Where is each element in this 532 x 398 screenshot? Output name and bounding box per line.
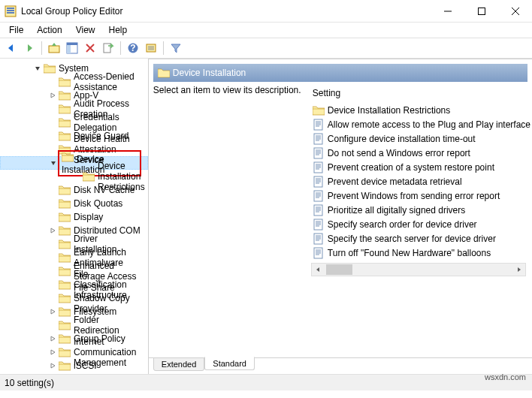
tree-panel[interactable]: SystemAccess-Denied AssistanceApp-VAudit… (0, 59, 149, 374)
setting-row[interactable]: Specify search order for device driver (311, 217, 530, 231)
tree-label: Folder Redirection (74, 315, 142, 336)
status-text: 10 setting(s) (5, 378, 54, 388)
svg-rect-11 (67, 43, 77, 45)
folder-icon (59, 320, 71, 330)
setting-column-header[interactable]: Setting (311, 85, 530, 103)
setting-row[interactable]: Device Installation Restrictions (311, 103, 530, 117)
setting-row[interactable]: Turn off "Found New Hardware" balloons (311, 246, 530, 260)
twisty-open[interactable] (49, 158, 58, 167)
folder-icon (59, 212, 71, 222)
setting-row[interactable]: Prioritize all digitally signed drivers (311, 203, 530, 217)
menu-help[interactable]: Help (103, 23, 134, 37)
folder-icon (59, 185, 71, 195)
setting-label: Configure device installation time-out (328, 134, 476, 144)
folder-icon (44, 63, 56, 74)
setting-label: Specify the search server for device dri… (328, 234, 496, 244)
app-icon (5, 5, 17, 17)
menu-file[interactable]: File (3, 23, 29, 37)
folder-icon (59, 77, 71, 87)
tree-item[interactable]: Disk NV Cache (0, 183, 148, 197)
twisty-none (48, 253, 57, 262)
watermark: wsxdn.com (485, 372, 526, 381)
setting-label: Turn off "Found New Hardware" balloons (328, 248, 491, 258)
setting-row[interactable]: Prevent device metadata retrieval (311, 174, 530, 188)
maximize-button[interactable] (464, 0, 498, 22)
close-button[interactable] (498, 0, 532, 22)
policy-icon (313, 247, 325, 259)
policy-icon (313, 233, 325, 245)
tree-item[interactable]: Internet Communication Management (0, 345, 148, 359)
svg-rect-1 (7, 8, 14, 9)
tree-label: Credentials Delegation (74, 112, 142, 133)
details-tabs: Extended Standard (149, 357, 532, 374)
scroll-right-button[interactable] (512, 264, 525, 276)
twisty-open[interactable] (33, 64, 42, 73)
menu-view[interactable]: View (70, 23, 101, 37)
setting-row[interactable]: Prevent creation of a system restore poi… (311, 160, 530, 174)
toolbar: ? (0, 38, 532, 59)
setting-row[interactable]: Do not send a Windows error report (311, 146, 530, 160)
folder-icon (59, 306, 71, 317)
scroll-left-button[interactable] (312, 264, 325, 276)
menu-action[interactable]: Action (31, 23, 68, 37)
tree-item[interactable]: Device Installation Restrictions (0, 170, 148, 183)
tree-item[interactable]: Display (0, 210, 148, 224)
twisty-none (72, 172, 81, 181)
twisty-none (48, 104, 57, 113)
scroll-thumb[interactable] (326, 264, 352, 275)
folder-icon (59, 252, 71, 263)
setting-row[interactable]: Configure device installation time-out (311, 131, 530, 146)
twisty-none (48, 213, 57, 222)
tree-item[interactable]: Disk Quotas (0, 197, 148, 210)
policy-icon (313, 161, 325, 173)
folder-icon (59, 225, 71, 236)
folder-icon (59, 104, 71, 114)
setting-row[interactable]: Specify the search server for device dri… (311, 231, 530, 246)
svg-rect-5 (478, 8, 485, 14)
tab-extended[interactable]: Extended (153, 357, 204, 371)
show-hide-tree-button[interactable] (64, 40, 80, 56)
back-button[interactable] (3, 40, 20, 56)
twisty-closed[interactable] (48, 91, 57, 100)
twisty-none (48, 77, 57, 86)
titlebar: Local Group Policy Editor (0, 0, 532, 23)
twisty-closed[interactable] (48, 348, 57, 357)
twisty-closed[interactable] (48, 334, 57, 343)
policy-icon (313, 204, 325, 216)
twisty-none (48, 294, 57, 303)
up-button[interactable] (46, 40, 62, 56)
toolbar-separator (120, 41, 121, 55)
tab-standard[interactable]: Standard (204, 357, 255, 370)
menubar: File Action View Help (0, 23, 532, 38)
settings-pane: Setting Device Installation Restrictions… (311, 85, 530, 357)
tree-item[interactable]: Folder Redirection (0, 318, 148, 332)
statusbar: 10 setting(s) (0, 374, 532, 390)
twisty-closed[interactable] (48, 361, 57, 370)
policy-icon (313, 176, 325, 188)
folder-icon (59, 347, 71, 357)
setting-label: Do not send a Windows error report (328, 148, 470, 158)
filter-button[interactable] (168, 40, 184, 56)
forward-button[interactable] (21, 40, 38, 56)
folder-icon (62, 152, 74, 162)
delete-button[interactable] (82, 40, 98, 56)
setting-row[interactable]: Prevent Windows from sending error repor… (311, 188, 530, 203)
export-button[interactable] (100, 40, 116, 56)
twisty-closed[interactable] (48, 307, 57, 316)
details-header-text: Device Installation (173, 68, 246, 78)
properties-button[interactable] (143, 40, 159, 56)
help-button[interactable]: ? (125, 40, 141, 56)
tree-item[interactable]: Credentials Delegation (0, 116, 148, 129)
minimize-button[interactable] (431, 0, 464, 22)
horizontal-scrollbar[interactable] (311, 263, 526, 276)
content-area: SystemAccess-Denied AssistanceApp-VAudit… (0, 59, 532, 374)
twisty-closed[interactable] (48, 226, 57, 235)
setting-label: Prioritize all digitally signed drivers (328, 205, 465, 216)
svg-rect-8 (49, 46, 59, 53)
setting-label: Prevent Windows from sending error repor… (328, 191, 500, 201)
folder-icon (59, 239, 71, 249)
tree-item[interactable]: File Share Shadow Copy Provider (0, 291, 148, 305)
policy-icon (313, 190, 325, 202)
tree-item[interactable]: Access-Denied Assistance (0, 75, 148, 89)
setting-row[interactable]: Allow remote access to the Plug and Play… (311, 117, 530, 131)
